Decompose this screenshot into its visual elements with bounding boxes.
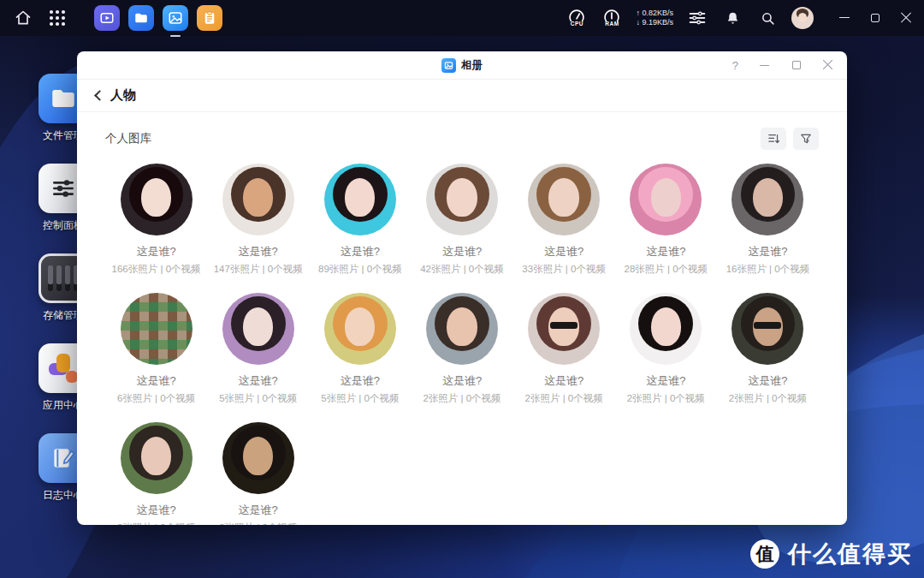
person-name: 这是谁? (442, 244, 482, 259)
app-blocks-icon (49, 354, 78, 383)
apps-grid-icon (50, 10, 65, 26)
person-name: 这是谁? (341, 373, 380, 389)
person-card[interactable]: 这是谁? 6张照片 | 0个视频 (105, 293, 207, 405)
person-name: 这是谁? (239, 373, 278, 389)
photos-icon (168, 10, 183, 26)
person-name: 这是谁? (544, 373, 583, 389)
watermark-text: 什么值得买 (788, 539, 912, 569)
album-window: 相册 ? 人物 个人图库 这是谁? 166张照片 | 0个视频 (77, 51, 847, 525)
person-card[interactable]: 这是谁? 2张照片 | 0个视频 (717, 293, 819, 405)
taskbar-app-notes[interactable] (197, 5, 222, 31)
notes-icon (202, 10, 217, 26)
person-card[interactable]: 这是谁? 2张照片 | 0个视频 (105, 422, 207, 525)
ram-monitor[interactable]: RAM (601, 9, 623, 27)
person-name: 这是谁? (748, 244, 787, 259)
page-title: 人物 (110, 87, 136, 104)
face-shape (345, 178, 375, 217)
person-photo-count: 147张照片 | 0个视频 (214, 263, 303, 276)
person-name: 这是谁? (136, 244, 175, 259)
person-name: 这是谁? (239, 244, 278, 259)
person-photo-count: 2张照片 | 0个视频 (729, 392, 807, 405)
user-avatar[interactable] (791, 7, 814, 29)
face-shape (548, 178, 578, 217)
window-close-button[interactable] (822, 60, 833, 71)
notifications-button[interactable] (721, 7, 743, 29)
smzdm-logo-icon: 值 (750, 539, 779, 569)
active-app-indicator (170, 35, 181, 38)
folder-icon (49, 84, 78, 113)
person-avatar (222, 293, 294, 365)
face-shape (447, 178, 477, 217)
person-card[interactable]: 这是谁? 2张照片 | 0个视频 (513, 293, 615, 405)
smzdm-watermark: 值 什么值得买 (750, 539, 912, 569)
person-card[interactable]: 这是谁? 2张照片 | 0个视频 (411, 293, 512, 405)
search-icon (761, 11, 775, 26)
app-launcher-button[interactable] (46, 7, 68, 29)
person-avatar (426, 164, 498, 235)
person-photo-count: 42张照片 | 0个视频 (420, 263, 504, 276)
person-name: 这是谁? (646, 373, 685, 389)
person-avatar (528, 164, 600, 235)
window-maximize-button[interactable] (791, 60, 802, 71)
person-name: 这是谁? (136, 373, 175, 389)
window-titlebar[interactable]: 相册 ? (77, 51, 847, 80)
face-shape (243, 307, 273, 346)
search-button[interactable] (756, 7, 779, 29)
cpu-monitor[interactable]: CPU (566, 9, 588, 27)
notebook-pencil-icon (50, 444, 77, 472)
photos-icon (444, 61, 453, 70)
person-photo-count: 2张照片 | 0个视频 (525, 392, 603, 405)
task-manager-button[interactable] (686, 7, 708, 29)
person-name: 这是谁? (646, 244, 685, 259)
taskbar-app-video-player[interactable] (94, 5, 120, 31)
section-title: 个人图库 (105, 131, 151, 146)
face-shape (141, 178, 171, 217)
person-card[interactable]: 这是谁? 2张照片 | 0个视频 (207, 422, 309, 525)
person-card[interactable]: 这是谁? 42张照片 | 0个视频 (411, 164, 512, 276)
person-name: 这是谁? (239, 503, 278, 518)
person-card[interactable]: 这是谁? 28张照片 | 0个视频 (615, 164, 717, 276)
person-card[interactable]: 这是谁? 5张照片 | 0个视频 (207, 293, 309, 405)
face-shape (753, 178, 783, 217)
ram-label: RAM (605, 21, 619, 27)
person-name: 这是谁? (341, 244, 380, 259)
person-avatar (426, 293, 498, 365)
person-photo-count: 2张照片 | 0个视频 (117, 521, 195, 525)
person-card[interactable]: 这是谁? 16张照片 | 0个视频 (717, 164, 819, 276)
cpu-label: CPU (571, 21, 583, 27)
person-photo-count: 6张照片 | 0个视频 (117, 392, 195, 405)
back-button[interactable] (94, 90, 105, 101)
face-shape (447, 307, 477, 346)
filter-button[interactable] (793, 128, 819, 150)
person-card[interactable]: 这是谁? 147张照片 | 0个视频 (207, 164, 309, 276)
person-card[interactable]: 这是谁? 89张照片 | 0个视频 (309, 164, 411, 276)
person-card[interactable]: 这是谁? 2张照片 | 0个视频 (615, 293, 717, 405)
person-photo-count: 5张照片 | 0个视频 (321, 392, 399, 405)
window-minimize-button[interactable] (759, 60, 770, 71)
home-button[interactable] (12, 7, 34, 29)
person-avatar (324, 293, 396, 365)
person-avatar (630, 164, 702, 235)
person-avatar (324, 164, 396, 235)
taskbar-maximize-button[interactable] (869, 12, 881, 24)
help-button[interactable]: ? (732, 59, 738, 72)
person-name: 这是谁? (442, 373, 482, 389)
person-card[interactable]: 这是谁? 5张照片 | 0个视频 (309, 293, 411, 405)
video-player-icon (99, 10, 115, 26)
person-photo-count: 5张照片 | 0个视频 (219, 392, 297, 405)
download-speed: ↓ 9.19KB/s (636, 18, 673, 27)
face-shape (651, 307, 681, 346)
person-avatar (732, 164, 803, 235)
taskbar-app-photos[interactable] (163, 5, 188, 31)
sort-button[interactable] (761, 128, 786, 150)
sort-icon (767, 133, 780, 145)
person-name: 这是谁? (544, 244, 583, 259)
taskbar-close-button[interactable] (900, 12, 912, 24)
taskbar-minimize-button[interactable] (838, 12, 850, 24)
person-card[interactable]: 这是谁? 166张照片 | 0个视频 (105, 164, 207, 276)
person-photo-count: 2张照片 | 0个视频 (423, 392, 500, 405)
taskbar-app-file-manager[interactable] (128, 5, 154, 31)
person-name: 这是谁? (136, 503, 175, 518)
person-photo-count: 16张照片 | 0个视频 (726, 263, 810, 276)
person-card[interactable]: 这是谁? 33张照片 | 0个视频 (513, 164, 615, 276)
